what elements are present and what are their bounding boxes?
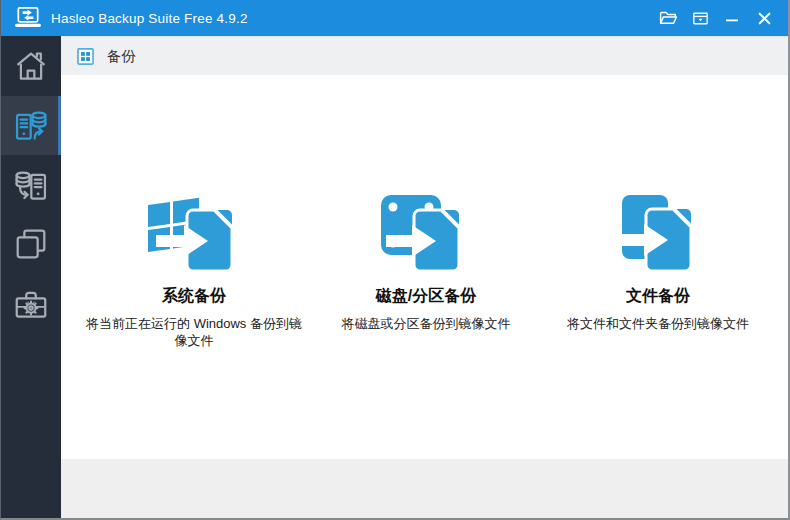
tab-backup[interactable]: 备份 [77, 47, 136, 66]
system-backup-option[interactable]: 系统备份 将当前正在运行的 Windows 备份到镜像文件 [74, 193, 314, 349]
clone-icon [12, 225, 50, 263]
window-title: Hasleo Backup Suite Free 4.9.2 [51, 11, 248, 26]
disk-partition-backup-icon [306, 193, 546, 279]
sidebar-item-restore[interactable] [1, 155, 61, 215]
update-icon [691, 9, 710, 28]
file-backup-title: 文件备份 [538, 286, 778, 307]
close-icon [757, 11, 772, 26]
footer-bar [61, 459, 788, 518]
system-backup-title: 系统备份 [74, 286, 314, 307]
file-backup-description: 将文件和文件夹备份到镜像文件 [550, 315, 766, 332]
app-logo-icon [14, 6, 42, 30]
title-bar: Hasleo Backup Suite Free 4.9.2 [1, 0, 788, 36]
system-backup-description: 将当前正在运行的 Windows 备份到镜像文件 [86, 315, 302, 349]
minimize-button[interactable] [716, 0, 748, 36]
folder-open-icon [658, 8, 679, 29]
sidebar: » [1, 36, 61, 518]
tab-bar: 备份 [61, 36, 788, 75]
open-file-button[interactable] [652, 0, 684, 36]
disk-partition-backup-title: 磁盘/分区备份 [306, 286, 546, 307]
restore-icon [12, 166, 50, 204]
home-icon [12, 47, 50, 85]
sidebar-item-tools[interactable] [1, 274, 61, 334]
check-updates-button[interactable] [684, 0, 716, 36]
disk-partition-backup-option[interactable]: 磁盘/分区备份 将磁盘或分区备份到镜像文件 [306, 193, 546, 332]
disk-partition-backup-description: 将磁盘或分区备份到镜像文件 [318, 315, 534, 332]
tab-backup-label: 备份 [107, 47, 136, 66]
backup-tab-icon [77, 48, 94, 65]
app-window: Hasleo Backup Suite Free 4.9.2 [0, 0, 790, 520]
sidebar-item-clone[interactable] [1, 215, 61, 275]
toolbox-icon [12, 285, 50, 323]
file-backup-option[interactable]: 文件备份 将文件和文件夹备份到镜像文件 [538, 193, 778, 332]
backup-icon [12, 106, 50, 144]
main-content: 系统备份 将当前正在运行的 Windows 备份到镜像文件 磁盘/分区备份 将磁… [61, 75, 788, 459]
system-backup-icon [74, 193, 314, 279]
sidebar-item-home[interactable] [1, 36, 61, 96]
close-button[interactable] [748, 0, 780, 36]
file-backup-icon [538, 193, 778, 279]
sidebar-item-backup[interactable] [1, 96, 61, 156]
window-controls [652, 0, 788, 36]
minimize-icon [725, 11, 739, 25]
